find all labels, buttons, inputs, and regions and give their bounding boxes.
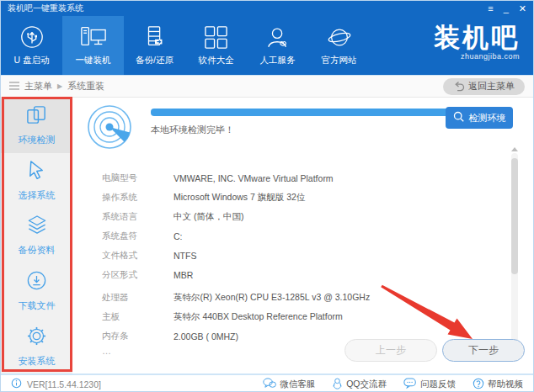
nav-item-one-key-install[interactable]: 一键装机 bbox=[62, 16, 124, 75]
one-key-install-icon bbox=[80, 24, 107, 50]
usb-boot-icon bbox=[19, 24, 45, 50]
brand-logo: 装机吧 zhuangjiba.com bbox=[434, 24, 520, 61]
minimize-icon[interactable]: _ bbox=[504, 3, 509, 14]
status-link-label: QQ交流群 bbox=[346, 379, 387, 390]
nav-item-label: 一键装机 bbox=[76, 55, 111, 66]
detail-row-processor: 处理器 英特尔(R) Xeon(R) CPU E3-1285L v3 @ 3.1… bbox=[102, 288, 489, 307]
sidebar-item-label: 备份资料 bbox=[19, 244, 56, 257]
back-button-label: 返回主菜单 bbox=[468, 80, 515, 93]
scrollbar-up-arrow-icon[interactable] bbox=[511, 147, 518, 151]
detail-row-system-drive: 系统盘符 C: bbox=[102, 226, 489, 246]
detail-row-system-language: 系统语言 中文 (简体，中国) bbox=[102, 207, 489, 226]
feedback-icon bbox=[403, 378, 417, 390]
human-service-icon bbox=[265, 25, 291, 50]
title-bar: 装机吧一键重装系统 ≡ _ ✕ bbox=[1, 1, 533, 16]
close-icon[interactable]: ✕ bbox=[519, 3, 526, 14]
environment-check-icon bbox=[25, 103, 48, 128]
breadcrumb-separator: ▶ bbox=[57, 82, 62, 90]
official-website-icon bbox=[327, 25, 352, 50]
backup-data-icon bbox=[25, 214, 49, 238]
qq-icon bbox=[332, 378, 343, 391]
nav-item-software-collection[interactable]: 软件大全 bbox=[185, 16, 247, 75]
content-area: 环境检测 选择系统 备份资料 bbox=[1, 98, 533, 373]
window-controls: ≡ _ ✕ bbox=[488, 3, 526, 14]
status-link-label: 问题反馈 bbox=[420, 379, 456, 390]
nav-item-usb-boot[interactable]: U 盘启动 bbox=[1, 16, 62, 75]
sidebar-item-label: 环境检测 bbox=[19, 134, 56, 146]
brand-logo-domain: zhuangjiba.com bbox=[434, 52, 520, 61]
list-menu-icon[interactable] bbox=[9, 82, 19, 92]
sidebar-item-label: 安装系统 bbox=[19, 355, 56, 368]
sidebar-item-backup-data[interactable]: 备份资料 bbox=[1, 208, 72, 263]
system-details-list: 电脑型号 VMWARE, INC. VMware Virtual Platfor… bbox=[102, 168, 489, 358]
nav-item-label: 官方网站 bbox=[322, 55, 357, 66]
wechat-icon bbox=[263, 378, 276, 390]
sidebar-item-environment-check[interactable]: 环境检测 bbox=[1, 98, 72, 153]
app-window: 装机吧一键重装系统 ≡ _ ✕ U 盘启动 bbox=[0, 0, 534, 392]
window-title: 装机吧一键重装系统 bbox=[8, 3, 83, 14]
sidebar-item-label: 下载文件 bbox=[19, 299, 56, 312]
help-video-icon bbox=[473, 378, 484, 391]
sidebar-item-install-system[interactable]: 安装系统 bbox=[1, 318, 72, 373]
menu-icon[interactable]: ≡ bbox=[488, 3, 493, 14]
status-link-label: 帮助视频 bbox=[488, 379, 523, 390]
download-files-icon bbox=[25, 269, 48, 294]
qq-group-link[interactable]: QQ交流群 bbox=[332, 378, 387, 391]
nav-item-label: U 盘启动 bbox=[14, 55, 50, 66]
backup-restore-icon bbox=[142, 24, 168, 50]
nav-item-label: 人工服务 bbox=[260, 55, 296, 66]
feedback-link[interactable]: 问题反馈 bbox=[403, 378, 456, 391]
sidebar-item-label: 选择系统 bbox=[19, 189, 56, 202]
status-bar: VER[11.5.44.1230] 微信客服 bbox=[1, 373, 533, 392]
detect-button-label: 检测环境 bbox=[469, 112, 506, 124]
nav-item-official-website[interactable]: 官方网站 bbox=[308, 16, 370, 75]
main-panel: 本地环境检测完毕！ 检测环境 电脑型号 VMWARE, INC. VMware … bbox=[72, 98, 533, 373]
software-collection-icon bbox=[204, 25, 228, 50]
nav-item-label: 备份/还原 bbox=[136, 55, 174, 66]
nav-item-human-service[interactable]: 人工服务 bbox=[247, 16, 308, 75]
breadcrumb: 主菜单 ▶ 系统重装 返回主菜单 bbox=[1, 75, 533, 98]
status-links: 微信客服 QQ交流群 bbox=[263, 378, 523, 391]
detect-environment-button[interactable]: 检测环境 bbox=[446, 107, 513, 129]
top-nav: U 盘启动 一键装机 bbox=[1, 16, 533, 75]
brand-logo-text: 装机吧 bbox=[434, 24, 520, 52]
scrollbar-thumb[interactable] bbox=[511, 158, 518, 274]
nav-item-backup-restore[interactable]: 备份/还原 bbox=[124, 16, 185, 75]
select-system-icon bbox=[25, 159, 48, 183]
next-step-button[interactable]: 下一步 bbox=[442, 339, 525, 362]
nav-item-label: 软件大全 bbox=[199, 55, 234, 66]
detection-status-text: 本地环境检测完毕！ bbox=[151, 124, 234, 136]
sidebar-item-download-files[interactable]: 下载文件 bbox=[1, 263, 72, 319]
details-scrollbar[interactable] bbox=[511, 153, 518, 345]
radar-scan-icon bbox=[86, 103, 133, 154]
status-link-label: 微信客服 bbox=[280, 379, 315, 390]
search-icon bbox=[453, 111, 465, 124]
detail-row-motherboard: 主板 英特尔 440BX Desktop Reference Platform bbox=[102, 307, 489, 326]
wechat-service-link[interactable]: 微信客服 bbox=[263, 378, 315, 391]
return-arrow-icon bbox=[453, 81, 464, 93]
help-video-link[interactable]: 帮助视频 bbox=[473, 378, 523, 391]
sidebar: 环境检测 选择系统 备份资料 bbox=[1, 98, 72, 373]
detail-row-computer-model: 电脑型号 VMWARE, INC. VMware Virtual Platfor… bbox=[102, 168, 489, 188]
breadcrumb-root[interactable]: 主菜单 bbox=[24, 80, 52, 93]
detail-row-file-format: 文件格式 NTFS bbox=[102, 246, 489, 265]
install-system-icon bbox=[25, 325, 48, 349]
info-icon bbox=[11, 378, 22, 390]
detail-row-operating-system: 操作系统 Microsoft Windows 7 旗舰版 32位 bbox=[102, 188, 489, 207]
back-to-main-menu-button[interactable]: 返回主菜单 bbox=[443, 78, 525, 95]
sidebar-item-select-system[interactable]: 选择系统 bbox=[1, 153, 72, 209]
version-text: VER[11.5.44.1230] bbox=[27, 379, 101, 389]
detail-row-partition-format: 分区形式 MBR bbox=[102, 265, 489, 284]
previous-step-button[interactable]: 上一步 bbox=[344, 339, 437, 362]
breadcrumb-current: 系统重装 bbox=[67, 80, 104, 93]
